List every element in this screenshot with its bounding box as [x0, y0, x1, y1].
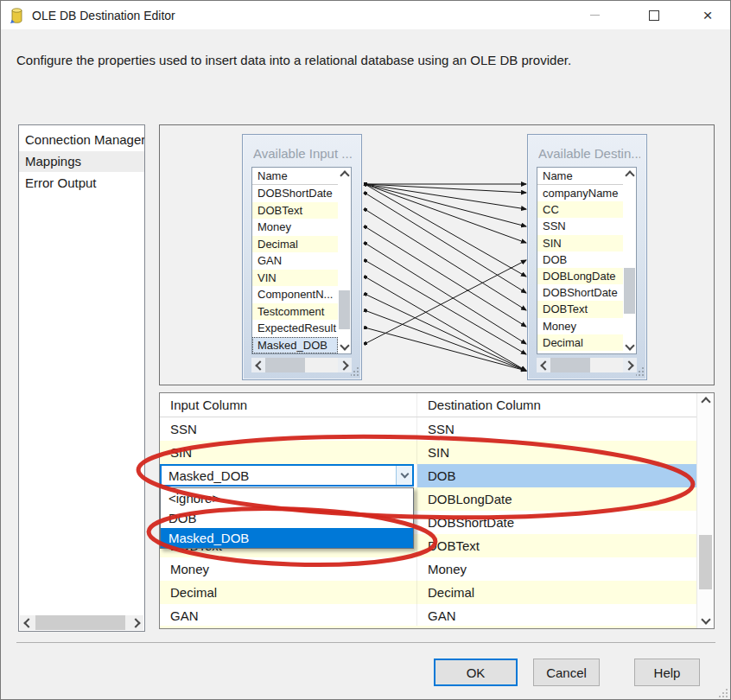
footer-divider: [16, 642, 715, 643]
column-item-gan[interactable]: GAN: [537, 351, 623, 354]
mapping-line-decimal: [365, 243, 526, 344]
combobox-value: Masked_DOB: [162, 468, 396, 483]
input-list-horizontal-scrollbar[interactable]: [251, 358, 352, 372]
scroll-right-icon[interactable]: [130, 615, 143, 630]
scrollbar-thumb[interactable]: [35, 615, 125, 630]
mapping-diagram-panel: Available Input ... Name DOBShortDateDOB…: [159, 124, 715, 385]
column-item-dob[interactable]: DOB: [537, 251, 623, 268]
maximize-button[interactable]: [634, 1, 674, 29]
dropdown-item-ignore[interactable]: <ignore>: [161, 488, 413, 508]
input-column-cell-ssn[interactable]: SSN: [160, 417, 416, 441]
column-item-gan[interactable]: GAN: [252, 252, 338, 270]
column-item-sin[interactable]: SIN: [537, 235, 623, 251]
column-item-testcomment[interactable]: Testcomment: [252, 303, 338, 321]
destination-column-cell-dob[interactable]: DOB: [417, 464, 696, 487]
combobox-dropdown-list: <ignore>DOBMasked_DOB: [160, 487, 414, 549]
input-column-cell-money[interactable]: Money: [160, 557, 416, 581]
scrollbar-thumb[interactable]: [265, 358, 305, 372]
column-item-money[interactable]: Money: [537, 318, 623, 334]
scroll-left-icon[interactable]: [537, 358, 550, 372]
window-resize-grip-icon[interactable]: [718, 688, 728, 698]
scroll-down-icon[interactable]: [697, 614, 714, 628]
table-row-gan: GANGAN: [160, 604, 696, 627]
scroll-right-icon[interactable]: [338, 358, 352, 372]
scrollbar-thumb[interactable]: [550, 358, 590, 372]
column-item-ssn[interactable]: SSN: [537, 218, 623, 234]
input-column-header[interactable]: Input Column: [160, 393, 416, 417]
destination-column-cell-sin[interactable]: SIN: [417, 441, 696, 464]
destination-column-cell-money[interactable]: Money: [417, 557, 696, 581]
mapping-line-masked-dob-to-dob: [365, 260, 526, 344]
destination-column-cell-gan[interactable]: GAN: [417, 604, 696, 627]
sidebar-item-connection-manager[interactable]: Connection Manager: [19, 130, 144, 150]
destination-column-cell-decimal[interactable]: Decimal: [417, 581, 696, 604]
column-item-cc[interactable]: CC: [537, 201, 623, 218]
destination-list-horizontal-scrollbar[interactable]: [537, 358, 637, 372]
titlebar: OLE DB Destination Editor ×: [1, 1, 730, 29]
scroll-up-icon[interactable]: [623, 168, 636, 181]
minimize-button[interactable]: [575, 1, 614, 29]
scroll-down-icon[interactable]: [623, 340, 636, 353]
available-destination-columns-box: Available Destin... Name companyNameCCSS…: [527, 134, 647, 380]
input-column-cell-sin[interactable]: SIN: [160, 441, 416, 464]
input-list-vertical-scrollbar[interactable]: [338, 168, 351, 353]
destination-column-cell-ssn[interactable]: SSN: [417, 417, 696, 441]
maximize-icon: [649, 10, 659, 21]
column-item-dobshortdate[interactable]: DOBShortDate: [252, 185, 338, 202]
table-row-sin: SINSIN: [160, 441, 696, 464]
destination-column-cell-dobshortdate[interactable]: DOBShortDate: [417, 511, 696, 534]
ok-button[interactable]: OK: [434, 659, 518, 686]
scrollbar-thumb[interactable]: [339, 290, 350, 329]
sidebar-item-mappings[interactable]: Mappings: [19, 151, 144, 172]
input-column-cell-gan[interactable]: GAN: [160, 604, 416, 627]
destination-column-cell-dobtext[interactable]: DOBText: [417, 534, 696, 557]
name-column-header: Name: [537, 168, 623, 185]
database-icon: [10, 7, 24, 24]
table-row-ssn: SSNSSN: [160, 417, 696, 441]
mapping-line-dobtext: [365, 209, 526, 310]
column-item-masked-dob[interactable]: Masked_DOB: [252, 337, 338, 354]
column-item-decimal[interactable]: Decimal: [252, 236, 338, 253]
sidebar-horizontal-scrollbar[interactable]: [20, 615, 143, 630]
scroll-up-icon[interactable]: [338, 168, 351, 181]
column-item-expectedresult[interactable]: ExpectedResult: [252, 320, 338, 337]
mapping-line-vin: [365, 277, 526, 371]
destination-column-cell-doblongdate[interactable]: DOBLongDate: [417, 487, 696, 511]
table-row-money: MoneyMoney: [160, 557, 696, 581]
column-item-dobtext[interactable]: DOBText: [537, 301, 623, 317]
cancel-button[interactable]: Cancel: [533, 659, 600, 686]
scroll-left-icon[interactable]: [20, 615, 34, 630]
mapping-line-companyname: [365, 184, 526, 193]
destination-list-vertical-scrollbar[interactable]: [623, 168, 636, 353]
input-column-combobox[interactable]: Masked_DOB: [160, 464, 414, 487]
column-item-dobtext[interactable]: DOBText: [252, 202, 338, 220]
input-column-cell-decimal[interactable]: Decimal: [160, 581, 416, 604]
column-item-vin[interactable]: VIN: [252, 270, 338, 287]
close-button[interactable]: ×: [688, 1, 728, 29]
column-item-dobshortdate[interactable]: DOBShortDate: [537, 284, 623, 301]
table-row-decimal: DecimalDecimal: [160, 581, 696, 604]
help-button[interactable]: Help: [634, 659, 700, 686]
dropdown-item-masked-dob[interactable]: Masked_DOB: [161, 528, 413, 548]
chevron-down-icon: [400, 470, 409, 479]
sidebar-item-error-output[interactable]: Error Output: [19, 173, 144, 194]
dropdown-item-dob[interactable]: DOB: [161, 508, 413, 528]
mapping-line-sin: [365, 184, 526, 243]
available-destination-list: Name companyNameCCSSNSINDOBDOBLongDateDO…: [537, 167, 637, 354]
combobox-dropdown-button[interactable]: [396, 466, 412, 485]
scroll-up-icon[interactable]: [697, 393, 714, 408]
scroll-left-icon[interactable]: [251, 358, 265, 372]
column-item-companyname[interactable]: companyName: [537, 185, 623, 201]
table-vertical-scrollbar[interactable]: [696, 393, 714, 628]
scroll-right-icon[interactable]: [623, 358, 637, 372]
destination-column-header[interactable]: Destination Column: [417, 393, 696, 417]
column-item-doblongdate[interactable]: DOBLongDate: [537, 268, 623, 284]
scrollbar-thumb[interactable]: [699, 535, 712, 589]
scrollbar-thumb[interactable]: [624, 268, 635, 314]
scroll-down-icon[interactable]: [338, 340, 351, 353]
column-item-componentn[interactable]: ComponentN...: [252, 286, 338, 303]
close-icon: ×: [702, 6, 712, 25]
column-item-money[interactable]: Money: [252, 219, 338, 236]
ole-db-destination-editor-dialog: OLE DB Destination Editor × Configure th…: [0, 0, 731, 700]
column-item-decimal[interactable]: Decimal: [537, 334, 623, 351]
